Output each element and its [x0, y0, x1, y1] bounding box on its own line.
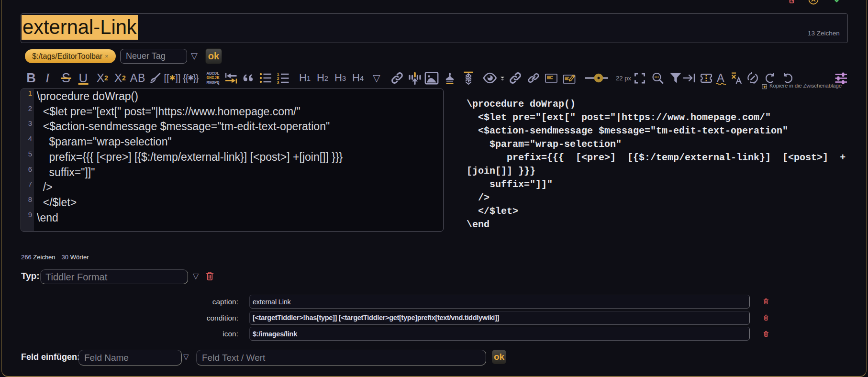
svg-text:3: 3 — [277, 80, 279, 85]
